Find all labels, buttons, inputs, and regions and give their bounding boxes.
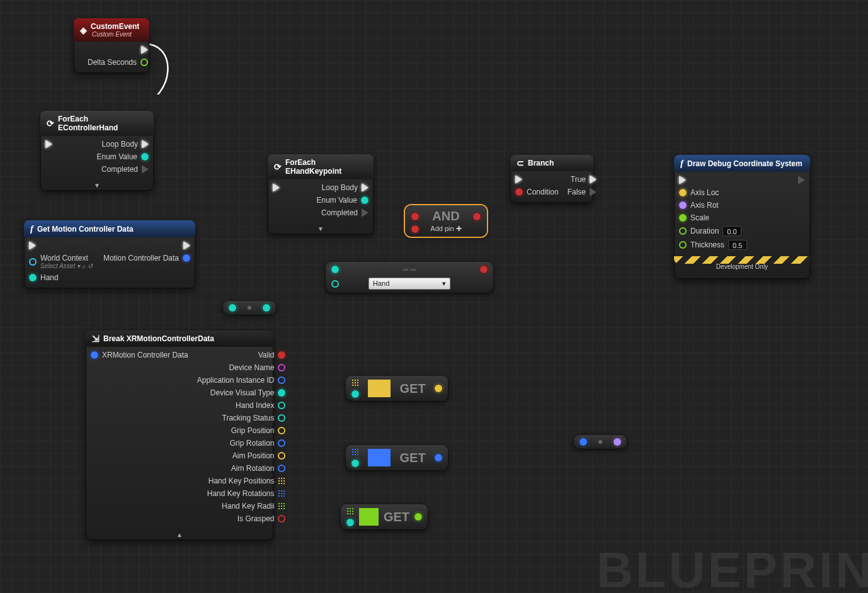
pin-exec-out[interactable] [183, 241, 190, 250]
pin-hand[interactable]: Hand [29, 273, 93, 282]
pin-and-in-1[interactable] [411, 213, 419, 220]
branch-icon: ⊂ [517, 159, 524, 167]
node-title: ForEach EHandKeypoint [285, 158, 367, 176]
node-custom-event[interactable]: ◈ CustomEvent Custom Event Delta Seconds [74, 18, 149, 73]
pin-device-name[interactable]: Device Name [229, 363, 285, 372]
pin-exec-out[interactable] [141, 45, 148, 54]
pin-valid[interactable]: Valid [258, 351, 286, 359]
pin-completed[interactable]: Completed [101, 165, 149, 174]
expand-toggle[interactable] [40, 180, 154, 191]
pin-aim-rotation[interactable]: Aim Rotation [231, 464, 286, 473]
node-branch[interactable]: ⊂ Branch Condition True False [510, 155, 593, 203]
pin-loop-body[interactable]: Loop Body [322, 183, 368, 192]
pin-completed[interactable]: Completed [321, 208, 368, 217]
pin-grip-position[interactable]: Grip Position [231, 426, 286, 435]
expand-toggle[interactable] [268, 223, 374, 234]
pin-motion-controller-data[interactable]: Motion Controller Data [103, 254, 190, 263]
thickness-input[interactable]: 0.5 [728, 240, 747, 250]
collapse-toggle[interactable] [86, 529, 273, 540]
pin-world-context[interactable]: World Context Select Asset ▾ ⌕ ↺ [29, 254, 93, 269]
node-get-positions[interactable]: GET [345, 375, 448, 402]
break-icon: ⇲ [92, 334, 100, 343]
pin-enum-value[interactable]: Enum Value [97, 152, 149, 161]
pin-app-id[interactable]: Application Instance ID [197, 376, 286, 385]
node-title: Draw Debug Coordinate System [687, 159, 802, 168]
node-header: ⟳ ForEach EControllerHand [40, 111, 154, 136]
pin-condition[interactable]: Condition [515, 188, 559, 196]
node-title: CustomEvent [91, 22, 139, 31]
pin-equal-a[interactable] [331, 266, 339, 273]
enum-dropdown[interactable]: Hand▾ [368, 278, 450, 290]
pin-and-out[interactable] [473, 213, 481, 220]
pin-hand-key-rotations[interactable]: Hand Key Rotations [207, 489, 286, 498]
pin-enum-value[interactable]: Enum Value [317, 196, 368, 205]
pin-tracking-status[interactable]: Tracking Status [222, 414, 286, 422]
pin-out[interactable] [614, 438, 621, 446]
function-icon: f [680, 159, 683, 168]
node-reroute-rot[interactable] [573, 434, 627, 449]
pin-equal-b[interactable] [331, 280, 339, 288]
node-get-rotations[interactable]: GET [345, 444, 448, 471]
node-foreach-handkeypoint[interactable]: ⟳ ForEach EHandKeypoint Loop Body Enum V… [268, 154, 374, 234]
pin-item-out[interactable] [435, 454, 442, 461]
pin-array-in[interactable] [346, 507, 354, 515]
pin-thickness[interactable]: Thickness0.5 [679, 240, 747, 250]
node-header: ⇲ Break XRMotionControllerData [86, 330, 273, 347]
get-label: GET [400, 381, 426, 396]
pin-axis-loc[interactable]: Axis Loc [679, 188, 747, 197]
node-equal-enum[interactable]: ═ ═ Hand▾ [325, 261, 494, 293]
pin-scale[interactable]: Scale [679, 213, 747, 222]
pin-exec-in[interactable] [273, 183, 280, 192]
pin-in[interactable] [580, 438, 587, 446]
node-reroute-teal[interactable] [222, 300, 277, 315]
pin-equal-out[interactable] [480, 266, 488, 273]
pin-item-out[interactable] [414, 513, 422, 521]
node-get-radii[interactable]: GET [340, 504, 428, 530]
node-get-motion-controller-data[interactable]: f Get Motion Controller Data World Conte… [24, 220, 195, 288]
pin-device-visual-type[interactable]: Device Visual Type [210, 388, 286, 397]
pin-aim-position[interactable]: Aim Position [232, 451, 286, 460]
pin-axis-rot[interactable]: Axis Rot [679, 201, 747, 210]
pin-hand-key-radii[interactable]: Hand Key Radii [222, 502, 285, 511]
node-foreach-controllerhand[interactable]: ⟳ ForEach EControllerHand Loop Body Enum… [40, 111, 154, 191]
and-label: AND [432, 209, 459, 223]
node-and[interactable]: AND Add pin ✚ [405, 205, 487, 237]
pin-hand-key-positions[interactable]: Hand Key Positions [208, 477, 286, 485]
array-icon [359, 508, 379, 526]
duration-input[interactable]: 0.0 [722, 226, 741, 236]
pin-xrdata-in[interactable]: XRMotion Controller Data [91, 351, 188, 359]
pin-array-in[interactable] [351, 379, 359, 387]
pin-array-in[interactable] [351, 448, 359, 456]
pin-hand-index[interactable]: Hand Index [236, 401, 285, 410]
pin-item-out[interactable] [435, 385, 442, 392]
node-header: ⊂ Branch [510, 155, 593, 171]
pin-duration[interactable]: Duration0.0 [679, 226, 747, 236]
pin-index-in[interactable] [346, 519, 354, 526]
pin-true[interactable]: True [571, 175, 597, 184]
pin-loop-body[interactable]: Loop Body [102, 140, 149, 149]
pin-exec-in[interactable] [29, 241, 93, 250]
pin-index-in[interactable] [351, 460, 359, 467]
add-pin-label[interactable]: Add pin [430, 225, 454, 232]
pin-out[interactable] [263, 304, 270, 312]
node-break-xrmotioncontrollerdata[interactable]: ⇲ Break XRMotionControllerData XRMotion … [86, 330, 273, 540]
pin-exec-in[interactable] [515, 175, 559, 184]
function-icon: f [30, 224, 33, 234]
pin-and-in-2[interactable] [411, 225, 419, 233]
pin-is-grasped[interactable]: Is Grasped [237, 514, 286, 523]
node-draw-debug-coordinate-system[interactable]: f Draw Debug Coordinate System Axis Loc … [674, 155, 810, 279]
macro-icon: ⟳ [47, 119, 54, 128]
asset-selector[interactable]: Select Asset [40, 263, 75, 269]
event-icon: ◈ [80, 26, 87, 35]
pin-exec-out[interactable] [798, 176, 805, 184]
pin-exec-in[interactable] [45, 140, 52, 149]
pin-false[interactable]: False [568, 188, 597, 196]
node-title: Get Motion Controller Data [37, 225, 134, 234]
pin-delta-seconds[interactable]: Delta Seconds [88, 58, 148, 67]
pin-exec-in[interactable] [679, 176, 747, 184]
pin-index-in[interactable] [351, 390, 359, 398]
get-label: GET [384, 510, 409, 524]
node-subtitle: Custom Event [92, 31, 139, 38]
pin-grip-rotation[interactable]: Grip Rotation [230, 439, 286, 448]
pin-in[interactable] [229, 304, 236, 312]
